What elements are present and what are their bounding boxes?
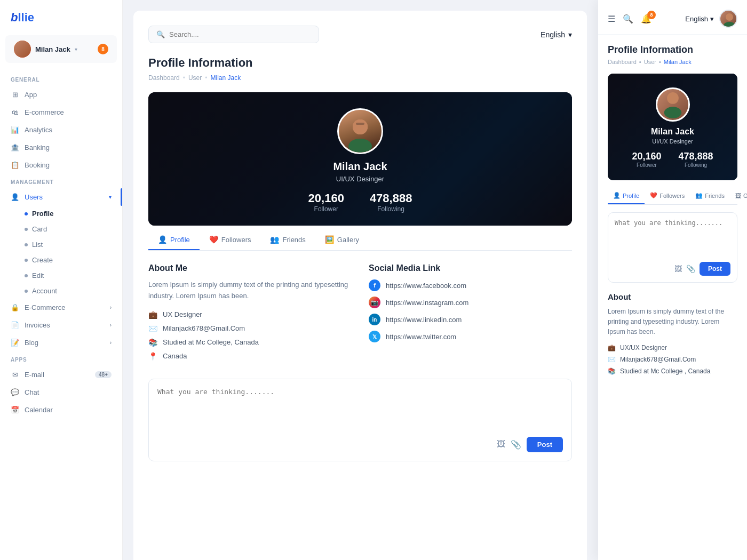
breadcrumb-dashboard[interactable]: Dashboard bbox=[148, 74, 180, 82]
rp-sep1: • bbox=[639, 59, 641, 65]
about-title: About Me bbox=[148, 263, 352, 273]
hamburger-icon[interactable]: ☰ bbox=[608, 14, 615, 24]
follower-count: 20,160 bbox=[308, 191, 344, 205]
rp-tab-followers[interactable]: ❤️ Followers bbox=[645, 188, 690, 204]
sidebar-item-chat[interactable]: 💬 Chat bbox=[0, 383, 122, 401]
sidebar-item-label: E-mail bbox=[25, 371, 44, 379]
about-job-text: UX Designer bbox=[163, 310, 202, 318]
chevron-down-icon: ▾ bbox=[568, 30, 572, 39]
sidebar-item-ecommerce2[interactable]: 🔒 E-Commerce › bbox=[0, 299, 122, 316]
tab-followers[interactable]: ❤️ Followers bbox=[200, 230, 261, 250]
rp-tab-friends[interactable]: 👥 Friends bbox=[690, 188, 730, 204]
sidebar-item-blog[interactable]: 📝 Blog › bbox=[0, 334, 122, 351]
rp-about-text: Lorem Ipsum is simply dummy text of the … bbox=[608, 307, 737, 338]
follower-label: Follower bbox=[314, 205, 338, 213]
sidebar-item-ecommerce[interactable]: 🛍 E-commerce bbox=[0, 103, 122, 121]
sidebar-item-app[interactable]: ⊞ App bbox=[0, 86, 122, 103]
shopping-icon: 🛍 bbox=[11, 108, 19, 116]
rp-tab-gallery[interactable]: 🖼 Gallery bbox=[730, 188, 747, 204]
sidebar-sub-item-account[interactable]: Account bbox=[25, 283, 122, 299]
about-email-text: Milanjack678@Gmail.Com bbox=[163, 324, 245, 332]
section-label-general: GENERAL bbox=[0, 71, 122, 86]
breadcrumb-sep1: • bbox=[183, 74, 185, 82]
section-label-management: MANAGEMENT bbox=[0, 174, 122, 188]
rp-post-textarea[interactable] bbox=[615, 219, 730, 257]
social-linkedin[interactable]: in https://www.linkedin.com bbox=[369, 314, 572, 325]
search-input[interactable] bbox=[169, 30, 311, 38]
rp-image-icon[interactable]: 🖼 bbox=[674, 265, 682, 273]
rp-following-label: Following bbox=[685, 162, 707, 168]
rp-tab-profile[interactable]: 👤 Profile bbox=[608, 188, 645, 204]
sidebar-item-analytics[interactable]: 📊 Analytics bbox=[0, 121, 122, 139]
sidebar-sub-item-list[interactable]: List bbox=[25, 237, 122, 252]
profile-body: About Me Lorem Ipsum is simply dummy tex… bbox=[148, 263, 572, 366]
rp-language-selector[interactable]: English ▾ bbox=[685, 15, 714, 23]
avatar bbox=[14, 41, 31, 58]
chevron-down-icon: ▾ bbox=[109, 194, 112, 200]
twitter-url: https://www.twitter.com bbox=[386, 333, 456, 341]
table-icon: 📋 bbox=[11, 161, 19, 169]
rp-post-button[interactable]: Post bbox=[700, 262, 730, 276]
rp-search-icon[interactable]: 🔍 bbox=[623, 14, 633, 24]
follower-stat: 20,160 Follower bbox=[308, 191, 344, 213]
tab-profile[interactable]: 👤 Profile bbox=[148, 230, 200, 250]
rp-education-text: Studied at Mc College , Canada bbox=[620, 367, 710, 375]
social-facebook[interactable]: f https://www.facebook.com bbox=[369, 279, 572, 291]
social-title: Social Media Link bbox=[369, 263, 572, 273]
rp-about-job: 💼 UX/UX Designer bbox=[608, 344, 737, 351]
sidebar-item-email[interactable]: ✉ E-mail 48+ bbox=[0, 366, 122, 383]
following-stat: 478,888 Following bbox=[370, 191, 412, 213]
sidebar-sub-item-create[interactable]: Create bbox=[25, 252, 122, 268]
linkedin-url: https://www.linkedin.com bbox=[386, 316, 462, 324]
app-logo: bolliellie bbox=[0, 11, 122, 35]
sidebar-item-booking[interactable]: 📋 Booking bbox=[0, 156, 122, 174]
sidebar-item-banking[interactable]: 🏦 Banking bbox=[0, 139, 122, 156]
post-textarea[interactable] bbox=[157, 388, 563, 430]
sidebar-item-invoices[interactable]: 📄 Invoices › bbox=[0, 316, 122, 334]
rp-attachment-icon[interactable]: 📎 bbox=[686, 265, 695, 273]
breadcrumb-user[interactable]: User bbox=[188, 74, 202, 82]
bank-icon: 🏦 bbox=[11, 143, 19, 151]
profile-stats: 20,160 Follower 478,888 Following bbox=[308, 191, 412, 213]
profile-tabs: 👤 Profile ❤️ Followers 👥 Friends 🖼️ Gall… bbox=[148, 226, 572, 251]
chevron-down-icon: ▾ bbox=[75, 46, 77, 52]
user-menu[interactable]: Milan Jack ▾ 8 bbox=[5, 35, 117, 63]
image-upload-icon[interactable]: 🖼 bbox=[497, 439, 505, 449]
profile-cover: Milan Jack UI/UX Desinger 20,160 Followe… bbox=[148, 92, 572, 226]
rp-sep2: • bbox=[659, 59, 661, 65]
profile-tab-icon: 👤 bbox=[158, 235, 167, 244]
profile-title: UI/UX Desinger bbox=[336, 175, 384, 183]
submenu-label: Edit bbox=[32, 271, 44, 279]
svg-point-7 bbox=[664, 107, 681, 118]
rp-follower-count: 20,160 bbox=[632, 151, 661, 162]
submenu-label: Account bbox=[32, 287, 57, 295]
sidebar-item-label: Calendar bbox=[25, 406, 53, 414]
page-title: Profile Information bbox=[148, 56, 572, 70]
rp-about-education: 📚 Studied at Mc College , Canada bbox=[608, 367, 737, 375]
rp-breadcrumb-user[interactable]: User bbox=[644, 59, 656, 65]
sidebar-item-calendar[interactable]: 📅 Calendar bbox=[0, 401, 122, 419]
social-twitter[interactable]: 𝕏 https://www.twitter.com bbox=[369, 331, 572, 342]
dot-icon bbox=[25, 243, 28, 246]
calendar-icon: 📅 bbox=[11, 406, 19, 414]
attachment-icon[interactable]: 📎 bbox=[511, 439, 521, 450]
sidebar-sub-item-edit[interactable]: Edit bbox=[25, 268, 122, 283]
instagram-icon: 📷 bbox=[369, 297, 380, 308]
sidebar-sub-item-card[interactable]: Card bbox=[25, 221, 122, 237]
chevron-right-icon: › bbox=[110, 340, 112, 346]
search-bar[interactable]: 🔍 bbox=[148, 26, 319, 43]
sidebar-sub-item-profile[interactable]: Profile bbox=[25, 206, 122, 221]
tab-friends[interactable]: 👥 Friends bbox=[260, 230, 315, 250]
submenu-label: Card bbox=[32, 225, 47, 233]
post-button[interactable]: Post bbox=[527, 437, 563, 452]
language-selector[interactable]: English ▾ bbox=[541, 30, 572, 39]
tab-gallery[interactable]: 🖼️ Gallery bbox=[315, 230, 369, 250]
rp-breadcrumb-dashboard[interactable]: Dashboard bbox=[608, 59, 637, 65]
svg-point-6 bbox=[667, 92, 679, 104]
about-job: 💼 UX Designer bbox=[148, 310, 352, 319]
svg-point-5 bbox=[724, 22, 735, 28]
about-location: 📍 Canada bbox=[148, 352, 352, 361]
sidebar-item-users[interactable]: 👤 Users ▾ bbox=[0, 188, 122, 206]
profile-name: Milan Jack bbox=[333, 161, 387, 173]
social-instagram[interactable]: 📷 https://www.instagram.com bbox=[369, 297, 572, 308]
